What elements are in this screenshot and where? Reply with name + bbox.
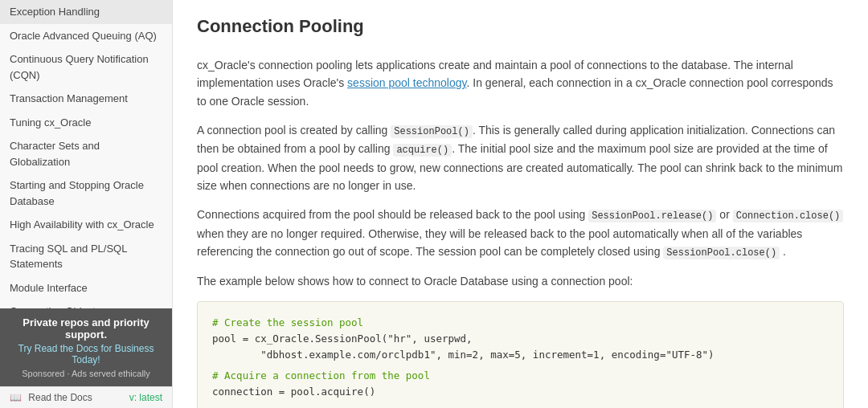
- sidebar: Exception HandlingOracle Advanced Queuin…: [0, 0, 173, 408]
- sidebar-item-10[interactable]: Connection Object: [0, 300, 172, 308]
- sidebar-item-7[interactable]: High Availability with cx_Oracle: [0, 213, 172, 237]
- read-the-docs-bar: 📖 Read the Docs v: latest: [0, 386, 172, 408]
- content-paragraphs: cx_Oracle's connection pooling lets appl…: [197, 56, 844, 290]
- sidebar-item-6[interactable]: Starting and Stopping Oracle Database: [0, 173, 172, 213]
- inline-code: Connection.close(): [733, 210, 844, 222]
- inline-code: SessionPool.release(): [588, 210, 716, 222]
- code-block: # Create the session poolpool = cx_Oracl…: [197, 301, 844, 408]
- sidebar-footer-sponsored: Sponsored · Ads served ethically: [10, 369, 162, 378]
- page-title: Connection Pooling: [197, 16, 844, 43]
- content-link[interactable]: session pool technology: [347, 76, 466, 89]
- sidebar-item-1[interactable]: Oracle Advanced Queuing (AQ): [0, 24, 172, 48]
- inline-code: SessionPool.close(): [663, 247, 780, 259]
- code-line-7: # Use the pooled connection: [212, 405, 829, 408]
- inline-code: SessionPool(): [391, 125, 473, 138]
- main-content: Connection Pooling cx_Oracle's connectio…: [173, 0, 868, 408]
- read-the-docs-text: Read the Docs: [28, 392, 92, 403]
- sidebar-footer-subtitle[interactable]: Try Read the Docs for Business Today!: [10, 343, 162, 365]
- version-selector[interactable]: v: latest: [129, 392, 162, 403]
- inline-code: acquire(): [393, 144, 452, 157]
- paragraph-1: A connection pool is created by calling …: [197, 121, 844, 194]
- code-line-4: # Acquire a connection from the pool: [212, 368, 829, 384]
- sidebar-item-2[interactable]: Continuous Query Notification (CQN): [0, 47, 172, 87]
- code-line-2: "dbhost.example.com/orclpdb1", min=2, ma…: [212, 347, 829, 363]
- sidebar-item-3[interactable]: Transaction Management: [0, 87, 172, 111]
- paragraph-3: The example below shows how to connect t…: [197, 272, 844, 290]
- code-line-5: connection = pool.acquire(): [212, 384, 829, 400]
- sidebar-item-4[interactable]: Tuning cx_Oracle: [0, 111, 172, 135]
- paragraph-2: Connections acquired from the pool shoul…: [197, 206, 844, 261]
- sidebar-item-0[interactable]: Exception Handling: [0, 0, 172, 24]
- sidebar-footer-title: Private repos and priority support.: [10, 316, 162, 341]
- sidebar-item-5[interactable]: Character Sets and Globalization: [0, 134, 172, 173]
- code-line-1: pool = cx_Oracle.SessionPool("hr", userp…: [212, 331, 829, 347]
- read-the-docs-label: 📖 Read the Docs: [10, 392, 92, 403]
- code-line-0: # Create the session pool: [212, 315, 829, 331]
- sidebar-item-9[interactable]: Module Interface: [0, 276, 172, 300]
- sidebar-item-8[interactable]: Tracing SQL and PL/SQL Statements: [0, 237, 172, 276]
- paragraph-0: cx_Oracle's connection pooling lets appl…: [197, 56, 844, 110]
- book-icon: 📖: [10, 392, 22, 403]
- sidebar-footer: Private repos and priority support. Try …: [0, 308, 172, 386]
- sidebar-nav: Exception HandlingOracle Advanced Queuin…: [0, 0, 172, 308]
